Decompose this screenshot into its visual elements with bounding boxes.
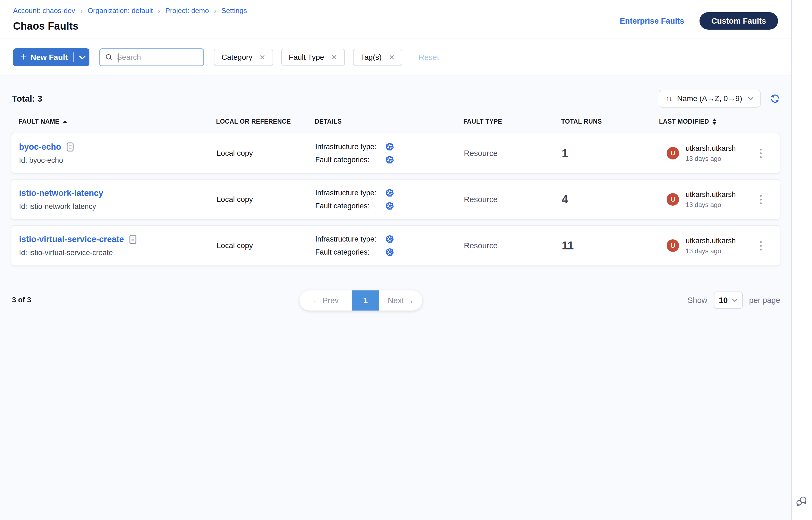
total-count: Total: 3 <box>12 94 42 104</box>
fault-list: byoc-echo Id: byoc-echo Local copy Infra… <box>11 133 780 266</box>
chat-support-button[interactable] <box>795 495 809 509</box>
page-size-value: 10 <box>719 296 728 305</box>
breadcrumb-separator: › <box>80 7 83 15</box>
fault-id: Id: istio-virtual-service-create <box>19 249 217 257</box>
table-row[interactable]: byoc-echo Id: byoc-echo Local copy Infra… <box>11 133 780 174</box>
modified-by: utkarsh.utkarsh <box>686 144 736 153</box>
next-page-button[interactable]: Next → <box>379 290 422 311</box>
page-size-select[interactable]: 10 <box>714 291 743 309</box>
header-left: Account: chaos-dev › Organization: defau… <box>13 6 247 32</box>
sort-dropdown[interactable]: ↑↓ Name (A→Z, 0→9) <box>659 90 761 108</box>
column-local-or-reference: LOCAL OR REFERENCE <box>216 118 315 125</box>
filter-chip-category[interactable]: Category ✕ <box>214 49 273 66</box>
fault-id: Id: istio-network-latency <box>19 202 217 211</box>
reset-filters-link[interactable]: Reset <box>418 53 439 62</box>
enterprise-faults-link[interactable]: Enterprise Faults <box>620 17 684 26</box>
column-label: FAULT TYPE <box>463 118 502 125</box>
table-row[interactable]: istio-virtual-service-create Id: istio-v… <box>11 225 780 266</box>
kubernetes-icon <box>385 188 394 197</box>
total-runs-cell: 4 <box>562 193 660 206</box>
fault-name-cell: istio-network-latency Id: istio-network-… <box>19 188 217 211</box>
text-caret <box>118 53 119 62</box>
fault-name-link[interactable]: istio-virtual-service-create <box>19 234 124 244</box>
avatar: U <box>667 239 679 252</box>
avatar: U <box>667 147 679 159</box>
pager: ← Prev 1 Next → <box>300 290 422 311</box>
column-label: TOTAL RUNS <box>561 118 602 125</box>
row-menu-button[interactable] <box>757 146 764 161</box>
row-menu-button[interactable] <box>757 238 764 253</box>
column-details: DETAILS <box>315 118 463 125</box>
column-last-modified[interactable]: LAST MODIFIED <box>659 118 765 125</box>
fault-name-cell: byoc-echo Id: byoc-echo <box>19 142 217 165</box>
chip-label: Fault Type <box>289 53 324 62</box>
last-modified-cell: U utkarsh.utkarsh 13 days ago <box>660 190 764 209</box>
breadcrumb-account[interactable]: Account: chaos-dev <box>13 6 75 15</box>
page-header: Account: chaos-dev › Organization: defau… <box>0 0 791 39</box>
pagination-range: 3 of 3 <box>12 296 31 304</box>
details-cell: Infrastructure type: Fault categories: <box>315 188 464 210</box>
fault-name-link[interactable]: byoc-echo <box>19 142 61 152</box>
page-1-button[interactable]: 1 <box>352 290 379 311</box>
breadcrumb: Account: chaos-dev › Organization: defau… <box>13 6 247 15</box>
local-or-reference-cell: Local copy <box>217 241 315 250</box>
sort-both-icon <box>712 119 717 125</box>
close-icon[interactable]: ✕ <box>389 53 395 62</box>
new-fault-label: New Fault <box>30 53 68 62</box>
total-runs-cell: 11 <box>562 239 660 252</box>
search-input[interactable] <box>117 53 215 62</box>
fault-categories-label: Fault categories: <box>315 248 385 257</box>
button-divider <box>73 52 74 62</box>
fault-type-cell: Resource <box>464 149 562 158</box>
filter-chip-tags[interactable]: Tag(s) ✕ <box>353 49 403 66</box>
filter-chip-fault-type[interactable]: Fault Type ✕ <box>281 49 345 66</box>
infrastructure-type-label: Infrastructure type: <box>315 142 385 151</box>
kubernetes-icon <box>385 155 394 164</box>
main-column: Account: chaos-dev › Organization: defau… <box>0 0 791 520</box>
toolbar: + New Fault Category ✕ <box>0 39 791 76</box>
row-menu-button[interactable] <box>757 192 764 207</box>
kubernetes-icon <box>385 142 394 151</box>
modified-at: 13 days ago <box>686 247 736 255</box>
manifest-icon[interactable] <box>129 235 136 244</box>
manifest-icon[interactable] <box>67 142 74 152</box>
close-icon[interactable]: ✕ <box>331 53 337 62</box>
close-icon[interactable]: ✕ <box>259 53 265 62</box>
kubernetes-icon <box>385 235 394 243</box>
fault-categories-label: Fault categories: <box>315 202 385 210</box>
table-header: FAULT NAME LOCAL OR REFERENCE DETAILS FA… <box>11 118 780 125</box>
fault-categories-label: Fault categories: <box>315 156 385 164</box>
total-runs-cell: 1 <box>562 147 660 160</box>
fault-name-link[interactable]: istio-network-latency <box>19 188 103 198</box>
breadcrumb-separator: › <box>214 7 217 15</box>
infrastructure-type-label: Infrastructure type: <box>315 189 385 197</box>
pagination-row: 3 of 3 ← Prev 1 Next → Show 10 per page <box>11 290 780 312</box>
chevron-down-icon[interactable] <box>79 55 85 59</box>
column-label: LAST MODIFIED <box>659 118 709 125</box>
column-label: LOCAL OR REFERENCE <box>216 118 291 125</box>
column-fault-type: FAULT TYPE <box>463 118 561 125</box>
kubernetes-icon <box>385 202 394 210</box>
right-rail <box>791 0 812 520</box>
column-label: DETAILS <box>315 118 341 125</box>
per-page-label: per page <box>749 296 781 305</box>
breadcrumb-separator: › <box>158 7 160 15</box>
table-row[interactable]: istio-network-latency Id: istio-network-… <box>11 179 780 220</box>
chip-label: Category <box>222 53 252 62</box>
breadcrumb-project[interactable]: Project: demo <box>165 6 209 15</box>
local-or-reference-cell: Local copy <box>217 195 315 204</box>
custom-faults-button[interactable]: Custom Faults <box>700 12 778 30</box>
plus-icon: + <box>21 52 27 62</box>
sort-group: ↑↓ Name (A→Z, 0→9) <box>659 90 780 108</box>
column-fault-name[interactable]: FAULT NAME <box>19 118 216 125</box>
prev-page-button[interactable]: ← Prev <box>300 290 352 311</box>
breadcrumb-settings[interactable]: Settings <box>222 6 247 15</box>
details-cell: Infrastructure type: Fault categories: <box>315 235 464 257</box>
breadcrumb-organization[interactable]: Organization: default <box>87 6 153 15</box>
sort-arrows-icon: ↑↓ <box>666 95 671 103</box>
refresh-button[interactable] <box>770 94 780 104</box>
modified-at: 13 days ago <box>686 155 736 162</box>
new-fault-button[interactable]: + New Fault <box>13 48 90 66</box>
fault-type-cell: Resource <box>464 241 562 250</box>
modified-by: utkarsh.utkarsh <box>686 237 736 245</box>
